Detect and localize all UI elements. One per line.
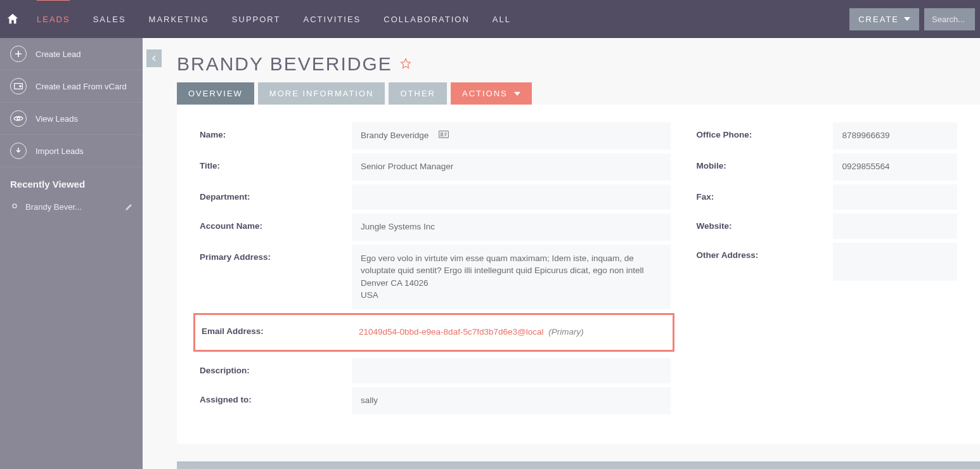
primary-address-value[interactable]: Ego vero volo in virtute vim esse quam m… — [352, 245, 671, 309]
sidebar-item-label: Create Lead — [35, 49, 81, 59]
recent-item-label: Brandy Bever... — [25, 202, 82, 212]
caret-down-icon — [514, 91, 520, 97]
office-phone-label: Office Phone: — [696, 122, 833, 147]
caret-down-icon — [904, 16, 910, 22]
email-label: Email Address: — [198, 319, 350, 344]
tab-actions[interactable]: ACTIONS — [451, 82, 532, 105]
sidebar-collapse-button[interactable] — [146, 49, 162, 67]
search-input[interactable] — [924, 8, 975, 30]
website-label: Website: — [696, 214, 833, 238]
title-label: Title: — [200, 153, 352, 178]
sidebar: Create Lead Create Lead From vCard View … — [0, 38, 143, 469]
recent-item[interactable]: Brandy Bever... — [0, 196, 143, 218]
email-highlight: Email Address: 21049d54-0bbd-e9ea-8daf-5… — [193, 313, 674, 352]
svg-point-1 — [17, 117, 20, 120]
account-value[interactable]: Jungle Systems Inc — [352, 214, 671, 241]
sidebar-create-lead[interactable]: Create Lead — [0, 38, 143, 70]
recently-viewed-title: Recently Viewed — [0, 167, 143, 196]
create-label: CREATE — [858, 15, 899, 24]
address-line2: Denver CA 14026 — [361, 277, 662, 290]
title-value[interactable]: Senior Product Manager — [352, 153, 671, 181]
name-value[interactable]: Brandy Beveridge — [352, 122, 671, 150]
nav-support[interactable]: SUPPORT — [221, 0, 292, 38]
name-label: Name: — [200, 122, 352, 147]
main-content: BRANDY BEVERIDGE OVERVIEW MORE INFORMATI… — [143, 38, 980, 469]
name-text: Brandy Beveridge — [361, 131, 429, 140]
office-phone-value[interactable]: 8789966639 — [833, 122, 957, 150]
download-icon — [10, 143, 27, 159]
home-icon — [6, 12, 20, 26]
nav-collaboration[interactable]: COLLABORATION — [372, 0, 481, 38]
fax-label: Fax: — [696, 184, 833, 209]
sidebar-create-lead-vcard[interactable]: Create Lead From vCard — [0, 70, 143, 103]
website-value[interactable] — [833, 214, 957, 239]
plus-icon — [10, 46, 27, 62]
page-title: BRANDY BEVERIDGE — [177, 53, 392, 75]
detail-tabs: OVERVIEW MORE INFORMATION OTHER ACTIONS — [143, 82, 980, 105]
address-line3: USA — [361, 289, 662, 302]
nav-activities[interactable]: ACTIVITIES — [292, 0, 372, 38]
svg-rect-2 — [439, 131, 449, 138]
department-value[interactable] — [352, 184, 671, 210]
assigned-label: Assigned to: — [200, 387, 352, 412]
description-label: Description: — [200, 358, 352, 383]
top-nav: LEADS SALES MARKETING SUPPORT ACTIVITIES… — [0, 0, 980, 38]
sidebar-import-leads[interactable]: Import Leads — [0, 135, 143, 167]
tab-actions-label: ACTIONS — [462, 89, 508, 98]
email-link[interactable]: 21049d54-0bbd-e9ea-8daf-5c7fd3b7d6e3@loc… — [359, 327, 543, 337]
sidebar-view-leads[interactable]: View Leads — [0, 103, 143, 135]
star-burst-icon — [10, 203, 19, 212]
sidebar-item-label: View Leads — [35, 114, 78, 124]
tab-overview[interactable]: OVERVIEW — [177, 82, 254, 105]
create-button[interactable]: CREATE — [849, 8, 919, 30]
top-menu: LEADS SALES MARKETING SUPPORT ACTIVITIES… — [25, 0, 522, 38]
tab-other[interactable]: OTHER — [389, 82, 447, 105]
other-address-label: Other Address: — [696, 243, 833, 267]
email-value[interactable]: 21049d54-0bbd-e9ea-8daf-5c7fd3b7d6e3@loc… — [350, 319, 670, 346]
nav-leads[interactable]: LEADS — [25, 0, 82, 38]
edit-icon[interactable] — [125, 203, 132, 211]
overview-panel: Name: Brandy Beveridge Title: Senior Pro… — [177, 105, 980, 444]
triangle-left-icon — [151, 55, 157, 62]
activities-section-header[interactable]: ACTIVITIES — [177, 461, 980, 469]
account-label: Account Name: — [200, 214, 352, 238]
primary-address-label: Primary Address: — [200, 245, 352, 269]
home-button[interactable] — [0, 0, 25, 38]
nav-sales[interactable]: SALES — [82, 0, 138, 38]
vcard-icon[interactable] — [439, 131, 449, 138]
fax-value[interactable] — [833, 184, 957, 210]
department-label: Department: — [200, 184, 352, 209]
nav-marketing[interactable]: MARKETING — [138, 0, 221, 38]
star-outline-icon[interactable] — [399, 57, 413, 71]
svg-point-3 — [441, 132, 442, 134]
nav-all[interactable]: ALL — [481, 0, 522, 38]
email-primary-note: (Primary) — [548, 327, 584, 337]
address-line1: Ego vero volo in virtute vim esse quam m… — [361, 252, 662, 277]
assigned-value[interactable]: sally — [352, 387, 671, 414]
mobile-value[interactable]: 0929855564 — [833, 153, 957, 181]
sidebar-item-label: Import Leads — [35, 146, 84, 156]
mobile-label: Mobile: — [696, 153, 833, 178]
tab-more-information[interactable]: MORE INFORMATION — [258, 82, 385, 105]
other-address-value[interactable] — [833, 243, 957, 281]
card-plus-icon — [10, 78, 27, 94]
eye-icon — [10, 110, 27, 127]
sidebar-item-label: Create Lead From vCard — [35, 82, 127, 91]
description-value[interactable] — [352, 358, 671, 383]
